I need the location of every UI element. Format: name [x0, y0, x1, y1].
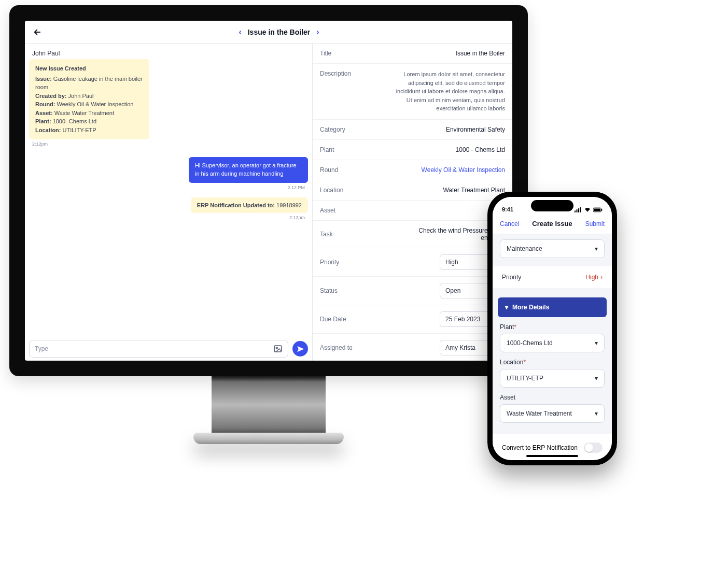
desktop-device: ‹ Issue in the Boiler › John Paul New Is… [9, 5, 528, 444]
monitor-base [193, 433, 344, 444]
field-category: Category Environmental Safety [313, 120, 512, 140]
plant-select[interactable]: 1000-Chems Ltd ▾ [500, 334, 605, 352]
monitor-neck [212, 376, 326, 433]
chat-scroll: John Paul New Issue Created Issue: Gasol… [25, 44, 312, 337]
asset-select[interactable]: Waste Water Treatment ▾ [500, 404, 605, 423]
monitor-bezel: ‹ Issue in the Boiler › John Paul New Is… [9, 5, 528, 376]
app-body: John Paul New Issue Created Issue: Gasol… [25, 44, 512, 361]
phone-notch [531, 200, 573, 211]
attach-image-icon[interactable] [273, 344, 283, 353]
field-task: Task Check the wind Pressure at the entr… [313, 221, 512, 248]
card-plant-row: Plant: 1000- Chems Ltd [35, 117, 143, 126]
field-location: Location Water Treatment Plant [313, 180, 512, 201]
phone-content: Maintenance ▾ Priority High › ▾ More Det… [493, 234, 612, 460]
next-issue-button[interactable]: › [316, 27, 319, 37]
field-title: Title Issue in the Boiler [313, 44, 512, 64]
chat-pane: John Paul New Issue Created Issue: Gasol… [25, 44, 313, 361]
issue-created-card: New Issue Created Issue: Gasoline leakag… [29, 59, 149, 139]
asset-field: Asset Waste Water Treatment ▾ [500, 394, 605, 423]
prev-issue-button[interactable]: ‹ [239, 27, 241, 37]
back-button[interactable] [30, 25, 45, 39]
svg-rect-0 [274, 346, 282, 352]
status-icons [575, 207, 603, 212]
svg-rect-4 [578, 208, 579, 212]
required-marker: * [523, 359, 526, 366]
svg-rect-5 [580, 207, 581, 212]
phone-app: 9:41 Cancel Create Issue Submit Maintena… [493, 197, 612, 460]
phone-device: 9:41 Cancel Create Issue Submit Maintena… [487, 192, 617, 465]
chat-input-row: Type [25, 337, 312, 361]
phone-page-title: Create Issue [532, 220, 572, 227]
erp-notification-card: ERP Notification Updated to: 19918992 [191, 197, 308, 213]
round-link[interactable]: Weekly Oil & Water Inspection [422, 166, 505, 174]
chevron-down-icon: ▾ [595, 245, 598, 252]
app-header: ‹ Issue in the Boiler › [25, 21, 512, 44]
field-status: Status Open ▾ [313, 277, 512, 305]
submit-button[interactable]: Submit [585, 220, 605, 227]
chat-placeholder: Type [35, 345, 273, 352]
required-marker: * [514, 323, 516, 331]
home-indicator [526, 455, 578, 457]
field-priority: Priority High ▾ [313, 248, 512, 277]
send-button[interactable] [292, 341, 308, 357]
cancel-button[interactable]: Cancel [500, 220, 519, 227]
chevron-down-icon: ▾ [595, 375, 598, 382]
field-description: Description Lorem ipsum dolor sit amet, … [313, 64, 512, 120]
plant-field: Plant* 1000-Chems Ltd ▾ [500, 323, 605, 352]
erp-timestamp: 2:12pm [32, 215, 305, 220]
page-title: Issue in the Boiler [248, 28, 311, 36]
card-title: New Issue Created [35, 64, 143, 73]
location-field: Location* UTILITY-ETP ▾ [500, 359, 605, 388]
card-createdby-row: Created by: John Paul [35, 92, 143, 101]
desktop-app: ‹ Issue in the Boiler › John Paul New Is… [25, 21, 512, 361]
chevron-down-icon: ▾ [595, 410, 598, 417]
svg-rect-2 [575, 210, 576, 212]
svg-rect-8 [601, 209, 602, 211]
chat-sender-name: John Paul [32, 50, 308, 57]
outgoing-message: Hi Supervisor, an operator got a fractur… [189, 157, 308, 183]
svg-rect-7 [594, 208, 600, 211]
field-asset: Asset – – [313, 201, 512, 221]
card-asset-row: Asset: Waste Water Treatment [35, 109, 143, 118]
more-details-accordion[interactable]: ▾ More Details [498, 297, 607, 317]
erp-toggle[interactable] [584, 443, 603, 453]
outgoing-timestamp: 2.12 PM [32, 185, 305, 190]
chevron-right-icon: › [600, 274, 603, 281]
field-assignedto: Assigned to Amy Krista ▾ [313, 334, 512, 361]
svg-rect-3 [577, 209, 578, 212]
card-location-row: Location: UTILITY-ETP [35, 126, 143, 135]
priority-row[interactable]: Priority High › [493, 266, 612, 288]
header-title-wrap: ‹ Issue in the Boiler › [51, 27, 507, 37]
field-duedate: Due Date 25 Feb 2023 ▾ [313, 305, 512, 334]
chevron-down-icon: ▾ [595, 339, 598, 347]
status-time: 9:41 [502, 206, 513, 212]
field-round: Round Weekly Oil & Water Inspection [313, 160, 512, 180]
phone-nav-bar: Cancel Create Issue Submit [493, 213, 612, 234]
card-timestamp: 2:12pm [32, 141, 308, 147]
card-issue-row: Issue: Gasoline leakage in the main boil… [35, 75, 143, 92]
details-pane: Title Issue in the Boiler Description Lo… [313, 44, 512, 361]
field-plant: Plant 1000 - Chems Ltd [313, 140, 512, 160]
type-select[interactable]: Maintenance ▾ [500, 239, 605, 258]
location-select[interactable]: UTILITY-ETP ▾ [500, 369, 605, 388]
chevron-down-icon: ▾ [505, 304, 508, 311]
chat-text-input[interactable]: Type [29, 340, 288, 358]
svg-point-1 [276, 347, 277, 349]
priority-value: High › [585, 274, 603, 281]
card-round-row: Round: Weekly Oil & Water Inspection [35, 100, 143, 109]
